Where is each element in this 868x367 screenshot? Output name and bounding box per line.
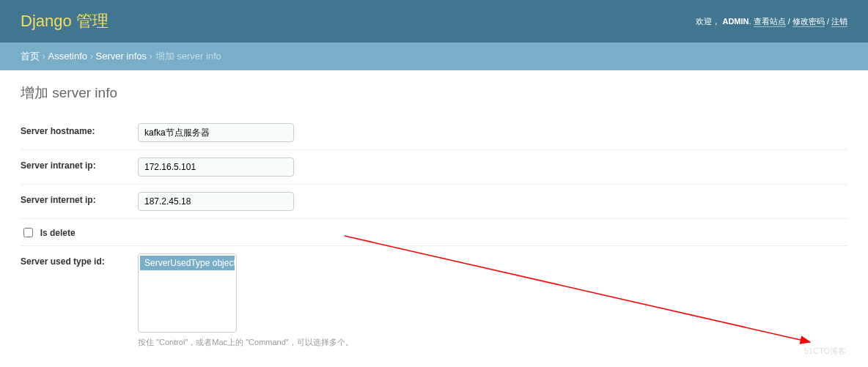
site-branding[interactable]: Django 管理: [21, 10, 108, 32]
label-used-type: Server used type id:: [21, 253, 138, 267]
breadcrumb-app[interactable]: Assetinfo: [48, 51, 87, 62]
page-title: 增加 server info: [21, 84, 847, 103]
username: ADMIN: [722, 17, 749, 26]
used-type-help: 按住 "Control"，或者Mac上的 "Command"，可以选择多个。: [138, 337, 353, 348]
label-intranet-ip: Server intranet ip:: [21, 157, 138, 171]
field-row-is-delete: Is delete: [21, 219, 847, 246]
hostname-input[interactable]: [138, 123, 294, 142]
internet-ip-input[interactable]: [138, 192, 294, 211]
breadcrumb-home[interactable]: 首页: [21, 51, 40, 62]
intranet-ip-input[interactable]: [138, 157, 294, 177]
used-type-select[interactable]: ServerUsedType object (1): [138, 253, 237, 333]
breadcrumb: 首页 › Assetinfo › Server infos › 增加 serve…: [0, 42, 868, 70]
field-row-intranet-ip: Server intranet ip:: [21, 150, 847, 185]
label-hostname: Server hostname:: [21, 123, 138, 136]
field-row-hostname: Server hostname:: [21, 116, 847, 150]
admin-header: Django 管理 欢迎， ADMIN. 查看站点 / 修改密码 / 注销: [0, 0, 868, 42]
change-password-link[interactable]: 修改密码: [792, 17, 825, 27]
welcome-text: 欢迎，: [696, 17, 720, 26]
content: 增加 server info Server hostname: Server i…: [0, 70, 868, 367]
breadcrumb-model[interactable]: Server infos: [96, 51, 147, 62]
field-row-internet-ip: Server internet ip:: [21, 185, 847, 219]
field-row-used-type: Server used type id: ServerUsedType obje…: [21, 246, 847, 355]
user-tools: 欢迎， ADMIN. 查看站点 / 修改密码 / 注销: [696, 16, 847, 27]
view-site-link[interactable]: 查看站点: [754, 17, 786, 27]
label-is-delete[interactable]: Is delete: [40, 228, 76, 238]
breadcrumb-current: 增加 server info: [155, 51, 221, 62]
used-type-option[interactable]: ServerUsedType object (1): [140, 256, 235, 270]
label-internet-ip: Server internet ip:: [21, 192, 138, 205]
logout-link[interactable]: 注销: [831, 17, 847, 27]
is-delete-checkbox[interactable]: [23, 228, 33, 237]
